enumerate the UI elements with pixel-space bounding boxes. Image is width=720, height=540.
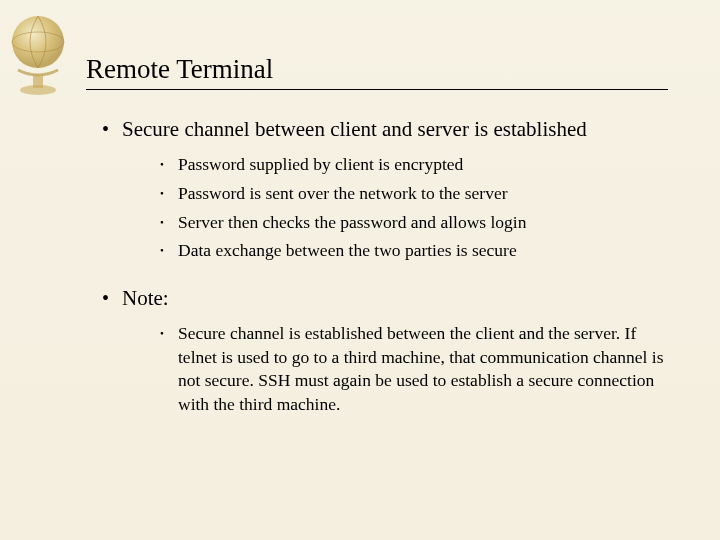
list-item: Note: Secure channel is established betw…: [102, 285, 670, 417]
sub-bullet-list: Password supplied by client is encrypted…: [122, 153, 670, 263]
list-item: Password supplied by client is encrypted: [160, 153, 670, 177]
svg-rect-2: [33, 74, 43, 88]
list-item: Data exchange between the two parties is…: [160, 239, 670, 263]
list-item: Secure channel between client and server…: [102, 116, 670, 263]
slide-title: Remote Terminal: [86, 54, 668, 90]
globe-icon: [0, 0, 90, 110]
list-item-text: Note:: [122, 286, 169, 310]
bullet-list: Secure channel between client and server…: [102, 116, 670, 439]
slide: { "title": "Remote Terminal", "bullets":…: [0, 0, 720, 540]
svg-point-3: [20, 85, 56, 95]
list-item: Server then checks the password and allo…: [160, 211, 670, 235]
list-item-text: Secure channel between client and server…: [122, 117, 587, 141]
svg-point-0: [12, 16, 64, 68]
svg-point-1: [12, 32, 64, 52]
list-item: Password is sent over the network to the…: [160, 182, 670, 206]
list-item: Secure channel is established between th…: [160, 322, 670, 417]
sub-bullet-list: Secure channel is established between th…: [122, 322, 670, 417]
